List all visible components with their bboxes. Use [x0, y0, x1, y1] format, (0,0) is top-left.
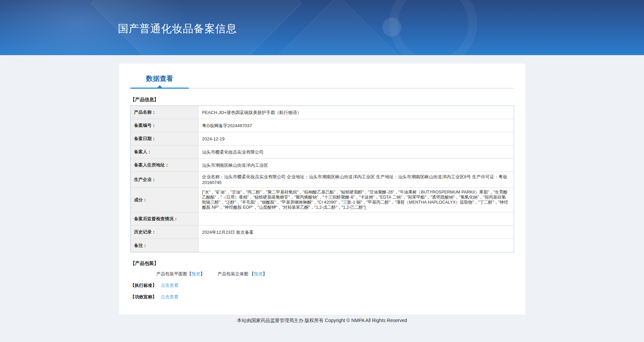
bracket-close: 】 [200, 271, 205, 276]
row-value: 2024-12-19 [198, 132, 514, 145]
footer: 本站由国家药品监督管理局主办 版权所有 Copyright © NMPA All… [0, 318, 644, 324]
row-label: 备案后监督检查情况： [131, 212, 198, 225]
page-header: 国产普通化妆品备案信息 [0, 0, 644, 55]
efficacy-view-link[interactable]: 点击查看 [161, 294, 178, 299]
row-value: 粤G妆网备字2024497037 [198, 119, 514, 132]
section-standard-title: 【执行标准】 [130, 283, 157, 288]
footer-copyright: 本站由国家药品监督管理局主办 版权所有 Copyright © NMPA All… [237, 318, 407, 323]
packaging-flat-label: 产品包装平面图 [156, 271, 187, 276]
row-label: 生产企业： [131, 172, 198, 187]
packaging-stereo-item: 产品包装立体图 【预览】 [218, 271, 267, 277]
page-title: 国产普通化妆品备案信息 [118, 22, 237, 36]
row-value: ["水"，"矿油"，"甘油"，"丙二醇"，"聚二甲基硅氧烷"，"棕榈酸乙基己酯"… [198, 188, 514, 212]
row-label: 成分： [131, 188, 198, 212]
section-product-info-title: 【产品信息】 [130, 97, 514, 103]
row-value: 企业名称：汕头市樱柔化妆品实业有限公司 企业地址：汕头市潮南区峡山街道洋内工业区… [198, 172, 514, 187]
section-efficacy-title: 【功效宣称】 [130, 294, 157, 299]
banner-decoration [382, 18, 401, 37]
row-label: 备案人： [131, 145, 198, 158]
row-product-name: 产品名称： PEACH JO+玻色因蓝铜肽美肤护手霜（航行物语） [131, 106, 514, 119]
row-value: 2024年12月23日 首次备案 [198, 226, 514, 238]
row-manufacturer: 生产企业： 企业名称：汕头市樱柔化妆品实业有限公司 企业地址：汕头市潮南区峡山街… [131, 172, 514, 188]
row-label: 历史记录： [131, 226, 198, 238]
row-filing-number: 备案编号： 粤G妆网备字2024497037 [131, 119, 514, 132]
bracket-open: 【 [187, 271, 192, 276]
row-value [198, 239, 514, 252]
tab-bar: 数据查看 [130, 74, 514, 89]
bracket-open: 【 [249, 271, 254, 276]
content-card: 数据查看 【产品信息】 产品名称： PEACH JO+玻色因蓝铜肽美肤护手霜（航… [119, 64, 525, 315]
section-packaging-title: 【产品包装】 [130, 260, 514, 267]
tab-data-view-label: 数据查看 [146, 75, 173, 82]
row-label: 备注： [131, 239, 198, 252]
packaging-stereo-preview-link[interactable]: 预览 [254, 271, 263, 276]
row-filing-date: 备案日期： 2024-12-19 [131, 132, 514, 145]
tab-data-view[interactable]: 数据查看 [130, 74, 189, 89]
packaging-stereo-label: 产品包装立体图 [218, 271, 248, 276]
efficacy-line: 【功效宣称】点击查看 [130, 294, 514, 300]
row-remarks: 备注： [131, 239, 514, 252]
packaging-line: 产品包装平面图【预览】 产品包装立体图 【预览】 [130, 271, 514, 277]
standard-view-link[interactable]: 点击查看 [161, 283, 178, 288]
banner-decoration [389, 0, 477, 55]
row-label: 备案人住所地址： [131, 159, 198, 172]
row-supervision-check: 备案后监督检查情况： [131, 212, 514, 226]
row-filer: 备案人： 汕头市樱柔化妆品实业有限公司 [131, 145, 514, 159]
row-value: PEACH JO+玻色因蓝铜肽美肤护手霜（航行物语） [198, 106, 514, 119]
packaging-flat-item: 产品包装平面图【预览】 [156, 271, 205, 277]
row-filer-address: 备案人住所地址： 汕头市潮南区峡山街道洋内工业区 [131, 159, 514, 172]
row-history: 历史记录： 2024年12月23日 首次备案 [131, 226, 514, 239]
bracket-close: 】 [263, 271, 267, 276]
row-label: 产品名称： [131, 106, 198, 119]
standard-line: 【执行标准】点击查看 [130, 282, 514, 289]
row-value [198, 212, 514, 225]
packaging-flat-preview-link[interactable]: 预览 [192, 271, 200, 276]
row-label: 备案编号： [131, 119, 198, 132]
product-info-table: 产品名称： PEACH JO+玻色因蓝铜肽美肤护手霜（航行物语） 备案编号： 粤… [130, 106, 514, 252]
row-label: 备案日期： [131, 132, 198, 145]
row-ingredients: 成分： ["水"，"矿油"，"甘油"，"丙二醇"，"聚二甲基硅氧烷"，"棕榈酸乙… [131, 188, 514, 212]
row-value: 汕头市潮南区峡山街道洋内工业区 [198, 159, 514, 172]
row-value: 汕头市樱柔化妆品实业有限公司 [198, 145, 514, 158]
